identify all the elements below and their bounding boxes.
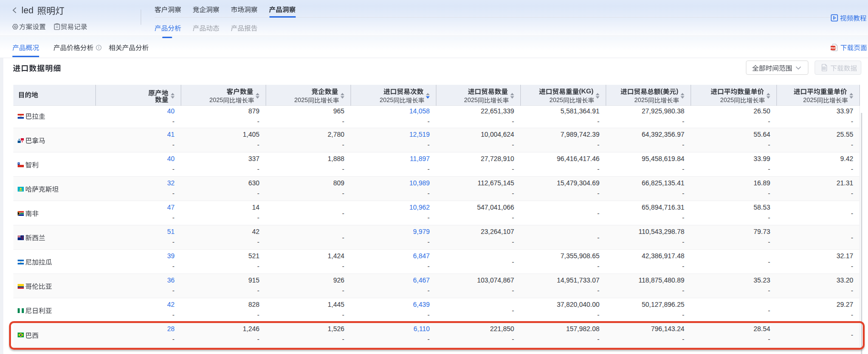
svg-text:PDF: PDF <box>830 47 836 50</box>
